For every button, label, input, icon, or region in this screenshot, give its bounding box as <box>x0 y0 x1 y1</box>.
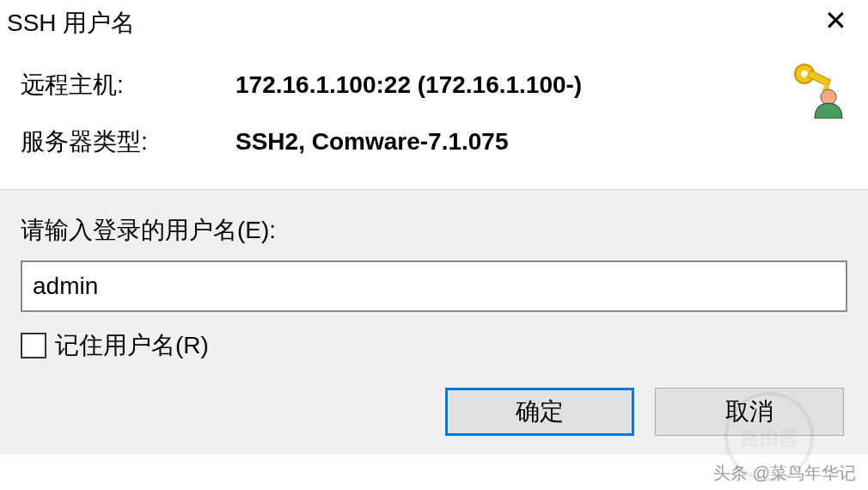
remember-label: 记住用户名(R) <box>55 329 209 362</box>
close-icon[interactable]: ✕ <box>819 7 853 34</box>
remote-host-row: 远程主机: 172.16.1.100:22 (172.16.1.100-) <box>21 69 847 101</box>
watermark-right: @菜鸟年华记 <box>753 463 856 482</box>
remember-checkbox[interactable] <box>21 333 46 358</box>
remember-row: 记住用户名(R) <box>21 329 847 362</box>
remote-host-label: 远程主机: <box>21 69 235 101</box>
button-row: 确定 取消 <box>21 388 847 436</box>
title-bar: SSH 用户名 ✕ <box>0 0 868 43</box>
svg-point-1 <box>801 70 808 77</box>
watermark-left: 头条 <box>713 463 748 482</box>
server-type-value: SSH2, Comware-7.1.075 <box>235 128 509 156</box>
username-prompt: 请输入登录的用户名(E): <box>21 214 847 247</box>
key-user-icon <box>787 58 847 125</box>
input-section: 请输入登录的用户名(E): 记住用户名(R) 确定 取消 <box>0 190 868 455</box>
ok-button[interactable]: 确定 <box>445 388 634 436</box>
info-section: 远程主机: 172.16.1.100:22 (172.16.1.100-) 服务… <box>0 43 868 189</box>
svg-rect-2 <box>808 70 831 86</box>
cancel-button[interactable]: 取消 <box>655 388 844 436</box>
server-type-row: 服务器类型: SSH2, Comware-7.1.075 <box>21 126 847 158</box>
server-type-label: 服务器类型: <box>21 126 235 158</box>
dialog-title: SSH 用户名 <box>7 7 135 40</box>
svg-point-4 <box>821 89 836 105</box>
remote-host-value: 172.16.1.100:22 (172.16.1.100-) <box>235 71 582 99</box>
username-input[interactable] <box>21 260 847 312</box>
watermark-text: 头条 @菜鸟年华记 <box>713 462 856 485</box>
